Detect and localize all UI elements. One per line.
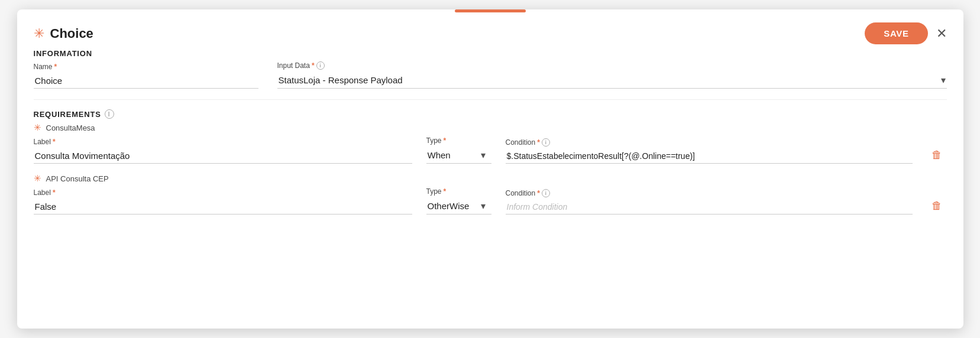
modal-title-group: ✳ Choice	[34, 26, 93, 41]
req-item-2-condition-label: Condition * i	[506, 189, 913, 197]
req-item-1-condition-required: *	[537, 138, 540, 147]
req-item-1-type-group: Type * When OtherWise ▾	[426, 136, 491, 164]
modal-body: INFORMATION Name * Input Data * i	[17, 49, 963, 240]
req-item-1-type-wrapper: When OtherWise ▾	[426, 147, 491, 164]
req-item-1-delete-button[interactable]: 🗑	[927, 147, 947, 164]
close-button[interactable]: ✕	[936, 27, 947, 40]
input-data-input[interactable]	[279, 75, 941, 85]
req-item-1-type-label: Type *	[426, 136, 491, 145]
input-data-wrapper: ▾	[277, 72, 947, 89]
req-item-2-type-wrapper: When OtherWise ▾	[426, 198, 491, 214]
requirement-item-2: ✳ API Consulta CEP Label *	[34, 173, 947, 214]
req-item-2-label-required: *	[53, 188, 56, 197]
req-item-2-icon: ✳	[34, 173, 41, 184]
req-item-2-fields: Label * Type * When	[34, 187, 947, 214]
req-item-2-condition-wrapper	[506, 200, 913, 214]
requirements-section: REQUIREMENTS i ✳ ConsultaMesa Label *	[34, 109, 947, 214]
req-item-2-type-select[interactable]: When OtherWise	[428, 201, 481, 211]
input-data-field-group: Input Data * i ▾	[277, 61, 947, 89]
name-required: *	[54, 63, 57, 71]
choice-modal: ✳ Choice SAVE ✕ INFORMATION Name *	[17, 9, 963, 329]
requirements-info-icon[interactable]: i	[105, 109, 114, 119]
input-data-info-icon[interactable]: i	[316, 61, 325, 70]
req-item-1-icon: ✳	[34, 122, 41, 133]
req-item-2-condition-required: *	[537, 189, 540, 197]
modal-header-actions: SAVE ✕	[865, 22, 946, 44]
req-item-1-label-group: Label *	[34, 138, 412, 164]
section-divider	[34, 99, 947, 100]
input-data-label: Input Data * i	[277, 61, 947, 70]
req-item-2-delete-button[interactable]: 🗑	[927, 197, 947, 214]
requirements-section-title: REQUIREMENTS i	[34, 109, 947, 119]
modal-title: Choice	[50, 26, 93, 41]
input-data-dropdown-arrow[interactable]: ▾	[941, 74, 946, 86]
req-item-1-condition-label: Condition * i	[506, 138, 913, 147]
req-item-1-type-required: *	[444, 136, 447, 145]
req-item-1-label-label: Label *	[34, 138, 412, 146]
req-item-2-type-arrow[interactable]: ▾	[481, 200, 486, 212]
requirement-item-1: ✳ ConsultaMesa Label *	[34, 122, 947, 164]
information-section-title: INFORMATION	[34, 49, 947, 58]
req-item-1-type-select[interactable]: When OtherWise	[428, 150, 481, 160]
req-item-2-condition-input[interactable]	[507, 202, 911, 212]
req-item-1-fields: Label * Type * When	[34, 136, 947, 164]
information-row: Name * Input Data * i ▾	[34, 61, 947, 89]
req-item-2-type-group: Type * When OtherWise ▾	[426, 187, 491, 214]
req-item-1-header: ✳ ConsultaMesa	[34, 122, 947, 133]
req-item-1-condition-group: Condition * i	[506, 138, 913, 164]
name-field-group: Name *	[34, 63, 258, 89]
req-item-2-type-required: *	[444, 187, 447, 196]
req-item-1-type-arrow[interactable]: ▾	[481, 150, 486, 161]
req-item-2-condition-group: Condition * i	[506, 189, 913, 214]
save-button[interactable]: SAVE	[865, 22, 927, 44]
req-item-1-condition-wrapper	[506, 149, 913, 164]
name-input[interactable]	[34, 73, 258, 89]
name-label: Name *	[34, 63, 258, 71]
req-item-1-condition-info-icon[interactable]: i	[542, 138, 550, 147]
req-item-2-label-input[interactable]	[34, 199, 412, 214]
req-item-2-name: API Consulta CEP	[46, 174, 109, 183]
req-item-2-type-label: Type *	[426, 187, 491, 196]
input-data-required: *	[312, 61, 315, 70]
req-item-2-label-label: Label *	[34, 188, 412, 197]
modal-header: ✳ Choice SAVE ✕	[17, 13, 963, 49]
req-item-2-condition-info-icon[interactable]: i	[542, 189, 550, 197]
req-item-1-name: ConsultaMesa	[46, 124, 95, 132]
req-item-1-label-input[interactable]	[34, 148, 412, 164]
req-item-2-header: ✳ API Consulta CEP	[34, 173, 947, 184]
choice-icon: ✳	[34, 26, 44, 41]
req-item-1-label-required: *	[53, 138, 56, 146]
req-item-1-condition-input[interactable]	[507, 151, 911, 161]
top-indicator	[455, 9, 526, 12]
req-item-2-label-group: Label *	[34, 188, 412, 214]
